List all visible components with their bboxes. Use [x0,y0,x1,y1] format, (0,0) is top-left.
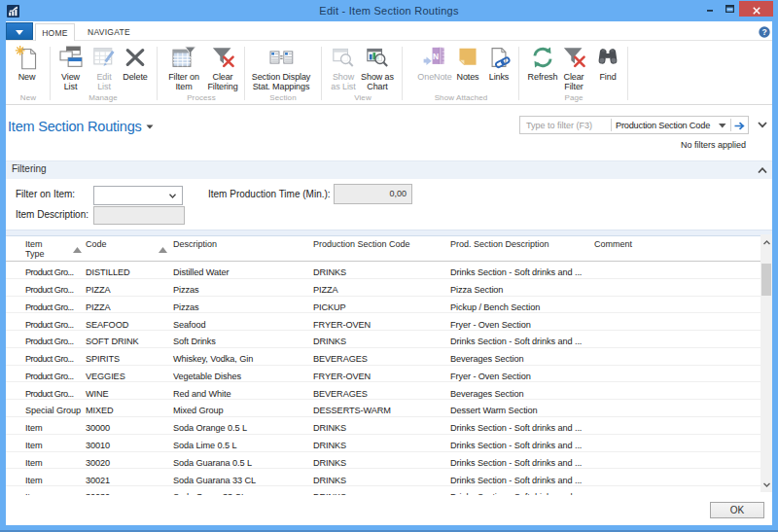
svg-text:N: N [433,52,439,61]
svg-text:?: ? [761,27,766,37]
